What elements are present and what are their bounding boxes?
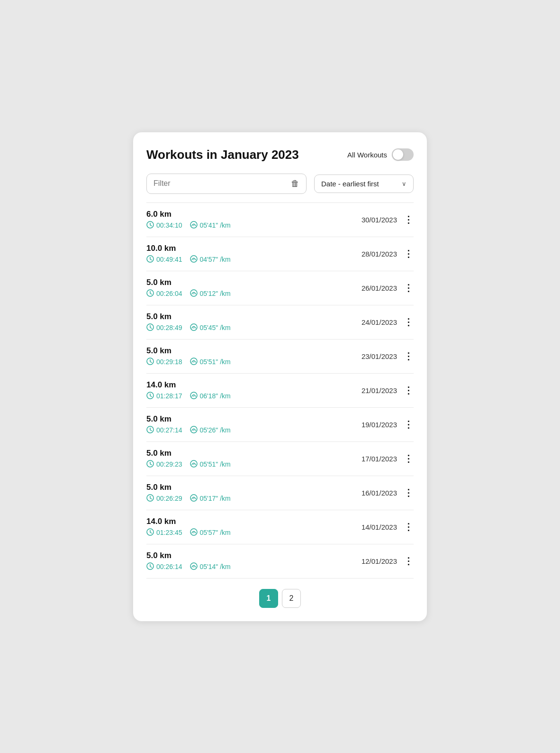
- pace-stat: 05'17" /km: [190, 494, 231, 503]
- workout-right: 21/01/2023 ⋮: [361, 385, 414, 396]
- svg-point-28: [190, 529, 197, 535]
- duration-stat: 00:29:23: [146, 460, 182, 469]
- duration-stat: 00:28:49: [146, 323, 182, 332]
- workout-distance: 5.0 km: [146, 551, 361, 560]
- duration-value: 00:26:29: [156, 495, 182, 502]
- sort-dropdown[interactable]: Date - earliest first ∨: [314, 174, 414, 193]
- svg-point-2: [193, 225, 194, 226]
- workout-right: 23/01/2023 ⋮: [361, 350, 414, 362]
- workout-stats: 00:26:29 05'17" /km: [146, 494, 361, 503]
- svg-point-25: [190, 495, 197, 501]
- clock-icon: [146, 562, 154, 571]
- workout-date: 21/01/2023: [361, 386, 397, 395]
- pace-icon: [190, 358, 198, 367]
- pace-icon: [190, 255, 198, 264]
- workout-distance: 14.0 km: [146, 380, 361, 390]
- workout-stats: 00:29:18 05'51" /km: [146, 358, 361, 367]
- workout-left: 5.0 km 00:26:04 05'12" /km: [146, 278, 361, 298]
- workout-right: 24/01/2023 ⋮: [361, 316, 414, 328]
- page-button[interactable]: 1: [259, 589, 278, 608]
- workout-stats: 00:27:14 05'26" /km: [146, 426, 361, 435]
- duration-value: 01:23:45: [156, 529, 182, 536]
- svg-point-1: [190, 221, 197, 228]
- clock-icon: [146, 460, 154, 469]
- pace-value: 04'57" /km: [200, 256, 231, 263]
- duration-stat: 00:26:14: [146, 562, 182, 571]
- pace-value: 05'41" /km: [200, 221, 231, 229]
- clock-icon: [146, 255, 154, 264]
- more-options-icon[interactable]: ⋮: [404, 316, 414, 328]
- workout-date: 17/01/2023: [361, 455, 397, 463]
- duration-value: 00:29:23: [156, 460, 182, 468]
- all-workouts-label: All Workouts: [347, 151, 387, 159]
- more-options-icon[interactable]: ⋮: [404, 350, 414, 362]
- filter-bar: 🗑 Date - earliest first ∨: [146, 174, 414, 194]
- clock-icon: [146, 528, 154, 537]
- workout-left: 14.0 km 01:28:17 06'18" /km: [146, 380, 361, 401]
- more-options-icon[interactable]: ⋮: [404, 214, 414, 225]
- duration-stat: 01:23:45: [146, 528, 182, 537]
- more-options-icon[interactable]: ⋮: [404, 385, 414, 396]
- svg-point-4: [190, 256, 197, 262]
- table-row: 5.0 km 00:26:14 05'14" /km: [146, 544, 414, 579]
- duration-value: 00:26:14: [156, 563, 182, 570]
- more-options-icon[interactable]: ⋮: [404, 555, 414, 567]
- duration-stat: 00:34:10: [146, 221, 182, 230]
- workout-right: 17/01/2023 ⋮: [361, 453, 414, 464]
- workout-distance: 5.0 km: [146, 449, 361, 458]
- clock-icon: [146, 289, 154, 298]
- more-options-icon[interactable]: ⋮: [404, 248, 414, 259]
- more-options-icon[interactable]: ⋮: [404, 521, 414, 533]
- duration-value: 00:28:49: [156, 324, 182, 331]
- workout-right: 28/01/2023 ⋮: [361, 248, 414, 259]
- pace-icon: [190, 528, 198, 537]
- workout-stats: 01:23:45 05'57" /km: [146, 528, 361, 537]
- workout-date: 14/01/2023: [361, 523, 397, 531]
- svg-point-23: [193, 464, 194, 465]
- duration-stat: 00:27:14: [146, 426, 182, 435]
- table-row: 10.0 km 00:49:41 04'57" /km: [146, 237, 414, 271]
- duration-value: 00:27:14: [156, 426, 182, 434]
- svg-point-7: [190, 290, 197, 296]
- pagination: 12: [146, 589, 414, 608]
- clock-icon: [146, 358, 154, 367]
- filter-input[interactable]: [154, 179, 287, 188]
- svg-point-5: [193, 259, 194, 260]
- svg-point-22: [190, 460, 197, 467]
- clock-icon: [146, 494, 154, 503]
- workout-stats: 00:49:41 04'57" /km: [146, 255, 361, 264]
- workout-right: 12/01/2023 ⋮: [361, 555, 414, 567]
- workout-left: 10.0 km 00:49:41 04'57" /km: [146, 244, 361, 264]
- svg-point-19: [190, 426, 197, 433]
- workout-date: 19/01/2023: [361, 421, 397, 429]
- clear-filter-icon[interactable]: 🗑: [291, 179, 299, 189]
- workout-left: 5.0 km 00:29:18 05'51" /km: [146, 346, 361, 367]
- svg-point-16: [190, 392, 197, 399]
- pace-icon: [190, 392, 198, 401]
- svg-point-11: [193, 327, 194, 328]
- workout-left: 6.0 km 00:34:10 05'41" /km: [146, 210, 361, 230]
- pace-icon: [190, 289, 198, 298]
- chevron-down-icon: ∨: [402, 180, 406, 187]
- clock-icon: [146, 221, 154, 230]
- sort-label: Date - earliest first: [321, 180, 379, 188]
- workout-distance: 5.0 km: [146, 312, 361, 321]
- svg-point-26: [193, 498, 194, 499]
- workout-left: 5.0 km 00:26:29 05'17" /km: [146, 483, 361, 503]
- svg-point-17: [193, 395, 194, 396]
- workout-distance: 5.0 km: [146, 483, 361, 492]
- pace-value: 05'45" /km: [200, 324, 231, 331]
- more-options-icon[interactable]: ⋮: [404, 487, 414, 498]
- all-workouts-toggle[interactable]: [392, 148, 414, 161]
- main-card: Workouts in January 2023 All Workouts 🗑 …: [133, 132, 427, 621]
- more-options-icon[interactable]: ⋮: [404, 282, 414, 294]
- more-options-icon[interactable]: ⋮: [404, 453, 414, 464]
- clock-icon: [146, 426, 154, 435]
- pace-icon: [190, 221, 198, 230]
- table-row: 5.0 km 00:27:14 05'26" /km: [146, 408, 414, 442]
- page-button[interactable]: 2: [282, 589, 301, 608]
- more-options-icon[interactable]: ⋮: [404, 419, 414, 430]
- svg-point-32: [193, 566, 194, 567]
- workout-left: 5.0 km 00:26:14 05'14" /km: [146, 551, 361, 571]
- table-row: 6.0 km 00:34:10 05'41" /km: [146, 203, 414, 237]
